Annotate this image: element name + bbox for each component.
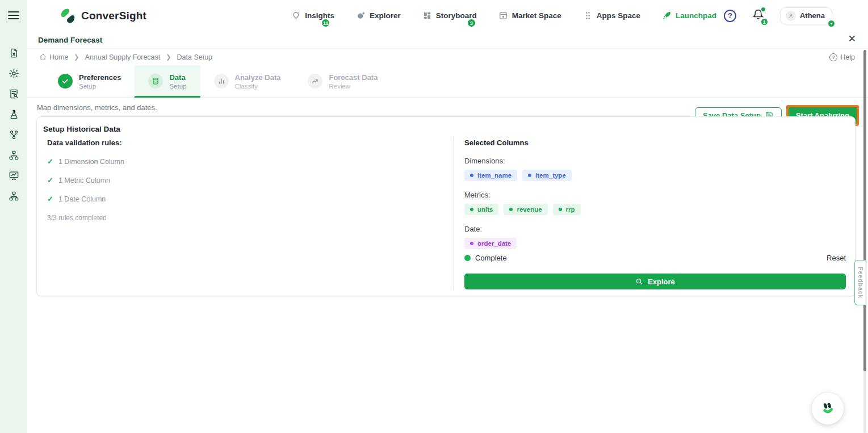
date-chip[interactable]: order_date [464, 238, 517, 249]
rule-label: 1 Dimension Column [58, 158, 124, 166]
breadcrumb-current: Data Setup [177, 53, 213, 61]
feedback-label: Feedback [857, 267, 864, 299]
conversight-mark-icon [819, 400, 837, 418]
explore-label: Explore [648, 278, 675, 286]
bar-chart-icon [214, 74, 229, 89]
search-icon [635, 278, 643, 285]
notification-badge: 1 [760, 18, 769, 26]
app-window: ConverSight Insights 11 Explorer Storybo… [0, 0, 868, 433]
scrollbar-thumb[interactable] [863, 50, 866, 371]
rule-item: ✓1 Metric Column [47, 176, 124, 184]
step-title: Data [169, 73, 186, 82]
avatar [786, 11, 796, 21]
date-label: Date: [464, 225, 847, 233]
sidebar-item-dashboard[interactable] [9, 170, 19, 181]
breadcrumb-label: Annual Supply Forecast [85, 53, 161, 61]
status-dot [464, 255, 471, 261]
chip-dot [559, 208, 562, 211]
step-title: Analyze Data [235, 73, 281, 82]
breadcrumb-home[interactable]: Home [39, 53, 68, 61]
rule-label: 1 Metric Column [58, 176, 110, 184]
page-header: Demand Forecast ✕ [27, 31, 868, 49]
rule-label: 1 Date Column [58, 195, 106, 203]
step-subtitle: Classify [235, 83, 281, 90]
apps-space-icon [583, 11, 593, 20]
assistant-fab[interactable] [812, 393, 844, 424]
notification-dot [761, 7, 765, 11]
metric-chip[interactable]: rrp [553, 204, 581, 215]
sidebar-item-dataset-file[interactable] [9, 48, 19, 58]
user-menu[interactable]: Athena ▼ [780, 7, 832, 24]
sidebar-item-settings[interactable] [9, 68, 19, 79]
sidebar-item-audit[interactable] [9, 89, 19, 99]
breadcrumb-forecast[interactable]: Annual Supply Forecast [85, 53, 161, 61]
storyboard-badge: 3 [467, 18, 476, 28]
explore-button[interactable]: Explore [464, 274, 846, 289]
question-icon: ? [829, 53, 837, 61]
rules-title: Data validation rules: [47, 138, 124, 147]
brand-name: ConverSight [81, 10, 146, 22]
rule-item: ✓1 Date Column [47, 195, 124, 203]
check-icon: ✓ [47, 157, 53, 166]
help-icon[interactable]: ? [724, 10, 736, 22]
nav-item-market-space[interactable]: Market Space [498, 11, 561, 20]
breadcrumb-label: Home [49, 53, 68, 61]
left-sidebar [0, 0, 27, 433]
metric-chip[interactable]: units [464, 204, 498, 215]
chevron-right-icon: ❯ [74, 53, 79, 61]
lightbulb-icon [291, 11, 301, 20]
nav-right-cluster: ? 1 Athena ▼ [724, 0, 832, 31]
close-icon[interactable]: ✕ [848, 34, 856, 44]
notifications-button[interactable]: 1 [752, 9, 764, 23]
step-title: Forecast Data [329, 73, 378, 82]
page-title: Demand Forecast [38, 36, 102, 44]
status-row: Complete Reset [464, 254, 846, 262]
hamburger-menu-icon[interactable] [8, 11, 19, 20]
rocket-icon [662, 11, 672, 20]
sitemap-icon [9, 150, 19, 161]
step-data-setup[interactable]: DataSetup [135, 65, 200, 97]
nav-item-label: Explorer [370, 11, 401, 20]
market-space-icon [498, 11, 508, 20]
page-subtitle: Map dimensions, metrics, and dates. [37, 103, 157, 112]
breadcrumb-label: Data Setup [177, 53, 213, 61]
nav-item-label: Market Space [512, 11, 561, 20]
conversight-logo-mark [60, 7, 77, 24]
metric-chip[interactable]: revenue [504, 204, 547, 215]
conversight-logo[interactable]: ConverSight [60, 7, 146, 24]
check-icon: ✓ [47, 176, 53, 184]
breadcrumb: Home ❯ Annual Supply Forecast ❯ Data Set… [27, 49, 868, 65]
nav-item-explorer[interactable]: Explorer [356, 11, 401, 20]
sidebar-item-hierarchy[interactable] [9, 150, 19, 161]
step-preferences[interactable]: PreferencesSetup [44, 65, 135, 97]
step-analyze-data[interactable]: Analyze DataClassify [200, 65, 295, 97]
sidebar-item-workflow[interactable] [9, 129, 19, 140]
step-forecast-data[interactable]: Forecast DataReview [294, 65, 391, 97]
rule-item: ✓1 Dimension Column [47, 157, 124, 166]
feedback-tab[interactable]: Feedback [854, 260, 866, 305]
stepper: PreferencesSetup DataSetup Analyze DataC… [27, 65, 868, 98]
file-spreadsheet-icon [9, 48, 19, 58]
reset-button[interactable]: Reset [827, 254, 846, 262]
help-link[interactable]: ?Help [829, 53, 855, 61]
caret-down-icon: ▼ [827, 19, 836, 28]
sidebar-item-lab[interactable] [9, 109, 19, 120]
nav-item-launchpad[interactable]: Launchpad [662, 11, 716, 20]
presentation-chart-icon [9, 170, 19, 181]
nav-item-insights[interactable]: Insights 11 [291, 11, 334, 20]
dimension-chip[interactable]: item_name [464, 170, 517, 181]
selected-columns-title: Selected Columns [464, 138, 847, 147]
dimension-chip[interactable]: item_type [522, 170, 572, 181]
nav-item-storyboard[interactable]: Storyboard 3 [422, 11, 477, 20]
validation-rules: Data validation rules: ✓1 Dimension Colu… [47, 138, 124, 222]
nav-item-label: Insights [305, 11, 334, 20]
top-navigation: ConverSight Insights 11 Explorer Storybo… [27, 0, 868, 31]
nav-item-apps-space[interactable]: Apps Space [583, 11, 640, 20]
chip-dot [470, 208, 473, 211]
nav-items: Insights 11 Explorer Storyboard 3 Market… [291, 11, 716, 20]
chip-label: units [477, 206, 493, 213]
user-name: Athena [800, 11, 825, 20]
sidebar-item-org-structure[interactable] [9, 191, 19, 201]
metrics-label: Metrics: [464, 191, 847, 199]
rules-summary: 3/3 rules completed [47, 214, 124, 222]
